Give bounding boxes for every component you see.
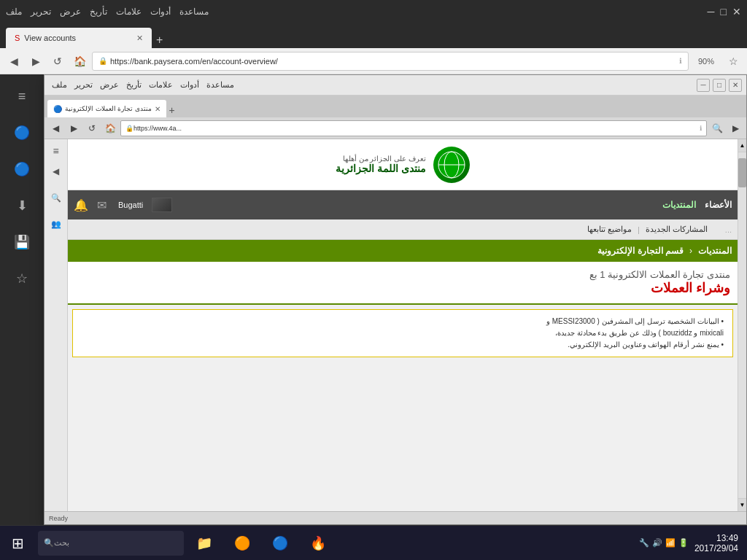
menu-bookmarks[interactable]: علامات	[116, 7, 142, 17]
breadcrumb-home[interactable]: المنتديات	[698, 246, 732, 256]
inner-maximize-btn[interactable]: □	[713, 79, 726, 92]
sidebar-extensions-btn[interactable]: 🔵	[6, 117, 38, 149]
inner-search-btn[interactable]: 🔍	[709, 120, 725, 136]
inner-titlebar: ملف تحرير عرض تأريخ علامات أدوات مساعدة …	[44, 75, 746, 96]
scroll-thumb[interactable]	[738, 158, 746, 187]
inner-sidebar-search[interactable]: 🔍	[47, 189, 65, 206]
home-btn[interactable]: 🏠	[70, 52, 89, 71]
nav-forum-main[interactable]: المنتديات	[662, 200, 696, 210]
sidebar-bookmark-star-btn[interactable]: ☆	[6, 262, 38, 295]
inner-forward-btn[interactable]: ▶	[66, 120, 82, 136]
inner-back-btn[interactable]: ◀	[47, 120, 63, 136]
inner-next-btn[interactable]: ▶	[727, 120, 743, 136]
inner-tab-bar: 🔵 منتدى تجارة العملات الإلكترونية ✕ +	[44, 96, 746, 117]
inner-menu-history[interactable]: تأريخ	[126, 80, 142, 90]
outer-menu[interactable]: ملف تحرير عرض تأريخ علامات أدوات مساعدة	[6, 7, 209, 17]
back-btn[interactable]: ◀	[4, 52, 23, 71]
inner-menu-file[interactable]: ملف	[52, 80, 67, 90]
forum-section-nav: قسم التجارة الإلكترونية › المنتديات	[68, 240, 738, 262]
forum-user-bar: 🔔 ✉ Bugatti المنتديات الأعضاء	[68, 190, 738, 219]
forum-page: تعرف على الجزائر من أهلها منتدى اللمة ال…	[68, 139, 738, 511]
inner-scrollbar[interactable]: ▲ ▼	[738, 139, 746, 511]
inner-menu-tools[interactable]: أدوات	[180, 80, 199, 90]
inner-tab-close-btn[interactable]: ✕	[155, 105, 160, 113]
taskbar-time: 13:49	[694, 533, 738, 543]
inner-tab-active[interactable]: 🔵 منتدى تجارة العملات الإلكترونية ✕	[47, 100, 166, 117]
close-btn[interactable]: ✕	[732, 6, 741, 18]
url-bar[interactable]: 🔒 https://bank.paysera.com/en/account-ov…	[92, 52, 689, 71]
notification-icon[interactable]: 🔔	[74, 198, 88, 212]
inner-close-btn[interactable]: ✕	[729, 79, 742, 92]
scroll-down-btn[interactable]: ▼	[738, 498, 746, 511]
sidebar-save-btn[interactable]: 💾	[6, 226, 38, 258]
inner-minimize-btn[interactable]: ─	[697, 79, 710, 92]
taskbar-icon-2[interactable]: 🟠	[225, 526, 260, 561]
inner-url-text: https://www.4a...	[133, 125, 700, 132]
forward-btn[interactable]: ▶	[26, 52, 45, 71]
breadcrumb-section[interactable]: قسم التجارة الإلكترونية	[597, 246, 684, 256]
sys-icon-3: 📶	[665, 538, 676, 548]
taskbar-search[interactable]: 🔍 بحث	[38, 531, 184, 556]
inner-main-area: ≡ ◀ 🔍 👥 تعرف على الجزائر من أهلها منتدى …	[44, 139, 746, 511]
menu-tools[interactable]: أدوات	[150, 7, 171, 17]
start-btn[interactable]: ⊞	[0, 526, 35, 561]
nav-members[interactable]: الأعضاء	[705, 200, 732, 210]
taskbar-icon-1[interactable]: 📁	[187, 526, 222, 561]
outer-tab-active[interactable]: S View accounts ✕	[6, 28, 152, 48]
outer-tab-close-btn[interactable]: ✕	[136, 34, 143, 43]
user-avatar	[152, 198, 172, 212]
username-label: Bugatti	[118, 201, 143, 209]
forum-logo-circle	[433, 147, 470, 183]
inner-status-text: Ready	[49, 515, 68, 522]
inner-sidebar-users[interactable]: 👥	[47, 215, 65, 233]
menu-edit[interactable]: تحرير	[31, 7, 51, 17]
sys-icon-1: 🔧	[639, 538, 649, 548]
sys-icon-4: 🔋	[678, 538, 689, 548]
inner-url-bar[interactable]: 🔒 https://www.4a... ℹ	[120, 120, 707, 136]
sidebar-download-btn[interactable]: ⬇	[6, 190, 38, 222]
reload-btn[interactable]: ↺	[48, 52, 67, 71]
outer-browser: ملف تحرير عرض تأريخ علامات أدوات مساعدة …	[0, 0, 747, 525]
inner-menu-edit[interactable]: تحرير	[74, 80, 93, 90]
sub-nav-followed[interactable]: مواضيع تتابعها	[587, 225, 632, 234]
notice-line-2: mixicali و bouziddz ) وذلك عن طريق بدء م…	[82, 327, 724, 339]
inner-reload-btn[interactable]: ↺	[84, 120, 100, 136]
inner-sidebar-hamburger[interactable]: ≡	[47, 142, 65, 160]
scroll-up-btn[interactable]: ▲	[738, 139, 746, 152]
inner-menu-view[interactable]: عرض	[100, 80, 119, 90]
notice-line-3: • يمنع نشر أرقام الهواتف وعناوين البريد …	[82, 339, 724, 351]
inner-sidebar-arrow[interactable]: ◀	[47, 163, 65, 180]
minimize-btn[interactable]: ─	[708, 6, 715, 18]
taskbar-sys-icons: 🔧 🔊 📶 🔋	[639, 538, 689, 548]
menu-history[interactable]: تأريخ	[90, 7, 107, 17]
forum-sub-nav: مواضيع تتابعها | المشاركات الجديدة ...	[68, 219, 738, 240]
inner-menu-bookmarks[interactable]: علامات	[149, 80, 173, 90]
forum-thread-area: منتدى تجارة العملات الالكترونية 1 بع وشر…	[68, 262, 738, 305]
inner-wincontrols: ─ □ ✕	[697, 79, 742, 92]
menu-view[interactable]: عرض	[60, 7, 81, 17]
new-tab-btn[interactable]: +	[156, 34, 163, 48]
sidebar-nav-btn[interactable]: ≡	[6, 80, 38, 112]
forum-tagline: تعرف على الجزائر من أهلها	[336, 155, 426, 163]
zoom-btn[interactable]: 90%	[692, 52, 721, 71]
inner-menu-help[interactable]: مساعدة	[206, 80, 234, 90]
taskbar-icon-4[interactable]: 🔥	[301, 526, 336, 561]
inner-menu[interactable]: ملف تحرير عرض تأريخ علامات أدوات مساعدة	[52, 80, 234, 90]
bookmark-btn[interactable]: ☆	[724, 52, 743, 71]
thread-subtitle: منتدى تجارة العملات الالكترونية 1 بع	[75, 269, 730, 280]
message-icon[interactable]: ✉	[97, 198, 107, 212]
sub-nav-new[interactable]: المشاركات الجديدة	[646, 225, 708, 234]
forum-header: تعرف على الجزائر من أهلها منتدى اللمة ال…	[68, 139, 738, 190]
taskbar-clock[interactable]: 13:49 2017/29/04	[694, 533, 738, 553]
sidebar-pocket-btn[interactable]: 🔵	[6, 153, 38, 185]
menu-help[interactable]: مساعدة	[179, 7, 209, 17]
menu-file[interactable]: ملف	[6, 7, 22, 17]
maximize-btn[interactable]: □	[721, 6, 727, 18]
inner-home-btn[interactable]: 🏠	[102, 120, 118, 136]
breadcrumb-sep: ›	[689, 246, 692, 256]
inner-new-tab-btn[interactable]: +	[169, 104, 175, 117]
taskbar-icon-3[interactable]: 🔵	[263, 526, 298, 561]
forum-logo-text-area: تعرف على الجزائر من أهلها منتدى اللمة ال…	[336, 155, 426, 174]
outer-tab-bar: S View accounts ✕ +	[0, 23, 747, 48]
taskbar-date: 2017/29/04	[694, 543, 738, 553]
